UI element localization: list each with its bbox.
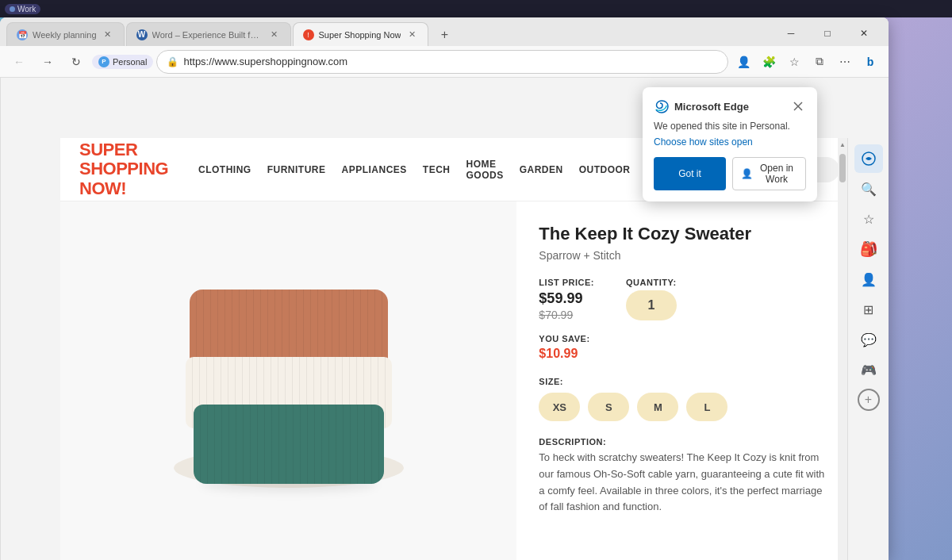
tab2-close-button[interactable]: ✕ [268, 29, 281, 41]
open-work-label: Open in Work [756, 163, 797, 185]
tab1-title: Weekly planning [33, 30, 97, 40]
tab2-favicon: W [136, 29, 148, 40]
nav-icon-group: 👤 🧩 ☆ ⧉ ⋯ b [731, 50, 882, 74]
edge-sidebar-messenger-icon[interactable]: 💬 [854, 325, 883, 354]
new-tab-button[interactable]: + [433, 24, 455, 46]
nav-appliances[interactable]: APPLIANCES [342, 164, 407, 175]
got-it-button[interactable]: Got it [654, 157, 726, 190]
page-scrollbar[interactable]: ▲ [838, 138, 847, 560]
tab1-favicon: 📅 [17, 29, 28, 40]
knit-texture-bottom [194, 405, 384, 484]
product-image [170, 262, 408, 500]
favorites-icon-button[interactable]: ☆ [782, 50, 806, 74]
maximize-button[interactable]: □ [809, 21, 846, 46]
description-label: DESCRIPTION: [539, 437, 825, 447]
edge-popup-header: Microsoft Edge [654, 98, 806, 114]
tab3-favicon: ! [303, 29, 314, 40]
nav-tech[interactable]: TECH [423, 164, 451, 175]
edge-popup-buttons: Got it 👤 Open in Work [654, 157, 806, 190]
close-window-button[interactable]: ✕ [846, 21, 882, 46]
edge-sidebar-search-icon[interactable]: 🔍 [854, 175, 883, 203]
work-badge: Work [5, 4, 40, 14]
tab-word[interactable]: W Word – Experience Built for Focus ✕ [126, 22, 291, 46]
tab3-title: Super Shopping Now [319, 30, 401, 40]
tab3-close-button[interactable]: ✕ [405, 29, 418, 41]
edge-logo-area: Microsoft Edge [654, 98, 749, 114]
edge-popup-body-text: We opened this site in Personal. [654, 121, 806, 132]
work-badge-text: Work [17, 5, 36, 13]
more-menu-button[interactable]: ⋯ [833, 50, 857, 74]
size-m-button[interactable]: M [637, 393, 678, 421]
description-text: To heck with scratchy sweaters! The Keep… [539, 450, 825, 516]
tab-weekly-planning[interactable]: 📅 Weekly planning ✕ [6, 22, 125, 46]
product-page: The Keep It Cozy Sweater Sparrow + Stitc… [60, 201, 847, 560]
edge-sidebar-downloads-icon[interactable]: 👤 [854, 265, 883, 293]
size-label: SIZE: [539, 377, 825, 386]
list-price-label: LIST PRICE: [539, 278, 594, 287]
refresh-button[interactable]: ↻ [63, 49, 89, 75]
back-button[interactable]: ← [6, 49, 32, 75]
profile-switcher[interactable]: P Personal [92, 55, 153, 69]
you-save-label: YOU SAVE: [539, 334, 825, 343]
edge-popup-link[interactable]: Choose how sites open [654, 136, 806, 148]
minimize-button[interactable]: ─ [773, 21, 809, 46]
product-info-panel: The Keep It Cozy Sweater Sparrow + Stitc… [516, 201, 847, 560]
url-text: https://www.supershoppingnow.com [183, 56, 347, 67]
size-xs-button[interactable]: XS [539, 393, 580, 421]
lock-icon: 🔒 [167, 56, 178, 67]
browser-container: Work 📅 Weekly planning ✕ W Word – Experi… [0, 0, 952, 560]
scroll-thumb[interactable] [839, 154, 846, 182]
quantity-section: QUANTITY: 1 [626, 278, 677, 320]
extensions-icon-button[interactable]: 🧩 [757, 50, 781, 74]
quantity-display[interactable]: 1 [626, 290, 677, 320]
edge-sidebar-copilot-icon[interactable] [854, 144, 883, 173]
forward-button[interactable]: → [35, 49, 60, 75]
edge-sidebar-extension1-icon[interactable]: 🎮 [854, 355, 883, 384]
os-taskbar: Work [0, 0, 952, 17]
account-icon-button[interactable]: 👤 [731, 50, 755, 74]
size-l-button[interactable]: L [686, 393, 727, 421]
quantity-label: QUANTITY: [626, 278, 677, 287]
shop-logo: SUPER SHOPPING NOW! [79, 140, 167, 198]
tab-bar-left: 📅 Weekly planning ✕ W Word – Experience … [0, 21, 455, 46]
edge-popup-close-button[interactable] [790, 98, 806, 114]
scroll-up-arrow[interactable]: ▲ [838, 138, 847, 151]
size-s-button[interactable]: S [588, 393, 629, 421]
work-badge-dot [10, 6, 15, 12]
edge-sidebar-collections-icon[interactable]: 🎒 [854, 235, 883, 263]
open-in-work-button[interactable]: 👤 Open in Work [732, 157, 806, 190]
edge-sidebar-add-button[interactable]: + [858, 389, 880, 411]
nav-furniture[interactable]: FURNITURE [267, 164, 326, 175]
copilot-button[interactable]: b [858, 50, 882, 74]
product-title: The Keep It Cozy Sweater [539, 224, 825, 244]
edge-logo-icon [654, 98, 670, 114]
savings-amount: $10.99 [539, 347, 825, 361]
edge-sidebar-favorites-icon[interactable]: ☆ [854, 205, 883, 233]
product-brand: Sparrow + Stitch [539, 249, 825, 262]
tab-super-shopping[interactable]: ! Super Shopping Now ✕ [293, 22, 429, 46]
collections-icon-button[interactable]: ⧉ [808, 50, 831, 74]
open-work-icon: 👤 [741, 168, 753, 179]
description-section: DESCRIPTION: To heck with scratchy sweat… [539, 437, 825, 516]
shop-navigation: CLOTHING FURNITURE APPLIANCES TECH HOME … [182, 159, 697, 181]
nav-clothing[interactable]: CLOTHING [198, 164, 251, 175]
edge-popup: Microsoft Edge We opened this site in Pe… [643, 87, 817, 201]
size-buttons: XS S M L [539, 393, 825, 421]
price-section: LIST PRICE: $59.99 $70.99 [539, 278, 594, 321]
sweater-bottom-layer [194, 405, 384, 484]
savings-row: YOU SAVE: $10.99 [539, 334, 825, 361]
profile-dot: P [98, 56, 109, 67]
address-bar[interactable]: 🔒 https://www.supershoppingnow.com [156, 50, 728, 74]
tab1-close-button[interactable]: ✕ [102, 29, 114, 41]
nav-home-goods[interactable]: HOME GOODS [466, 159, 504, 181]
tab2-title: Word – Experience Built for Focus [152, 30, 263, 40]
edge-sidebar-apps-icon[interactable]: ⊞ [854, 295, 883, 324]
profile-label: Personal [113, 57, 147, 67]
price-original: $70.99 [539, 309, 594, 321]
nav-outdoor[interactable]: OUTDOOR [579, 164, 631, 175]
nav-garden[interactable]: GARDEN [520, 164, 563, 175]
window-controls: ─ □ ✕ [773, 21, 889, 46]
edge-sidebar: 🔍 ☆ 🎒 👤 ⊞ 💬 🎮 + ⚙ [847, 138, 889, 560]
edge-popup-title: Microsoft Edge [674, 101, 749, 113]
left-sidebar [0, 78, 1, 560]
